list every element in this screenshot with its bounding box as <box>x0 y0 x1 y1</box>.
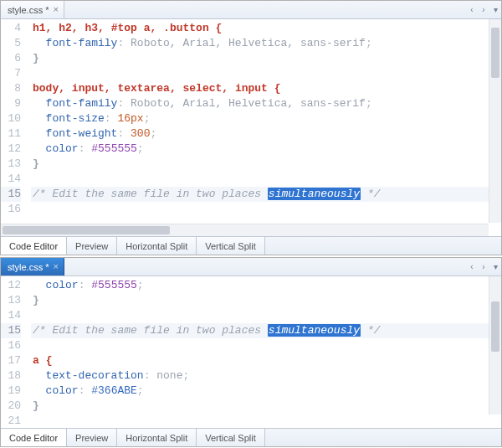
code-token: : <box>117 97 131 110</box>
code-token: , <box>105 82 118 95</box>
nav-prev-icon[interactable]: ‹ <box>466 258 478 275</box>
code-token <box>33 384 46 397</box>
code-token: h2 <box>59 22 72 34</box>
line-number: 18 <box>1 368 21 384</box>
nav-next-icon[interactable]: › <box>478 258 489 275</box>
file-tab[interactable]: style.css * × <box>1 258 64 275</box>
selection-highlight: simultaneously <box>268 324 361 337</box>
code-line[interactable] <box>31 172 501 187</box>
code-line[interactable]: } <box>31 157 501 172</box>
vertical-scrollbar[interactable] <box>489 19 501 223</box>
code-token: , <box>72 22 85 34</box>
line-number: 19 <box>1 384 21 399</box>
selection-highlight: simultaneously <box>268 188 361 200</box>
code-line[interactable]: } <box>31 399 501 414</box>
code-editor[interactable]: 1213141516171819202122232425 color: #555… <box>1 276 501 428</box>
code-line[interactable] <box>31 308 501 323</box>
code-line[interactable]: h1, h2, h3, #top a, .button { <box>31 21 501 36</box>
line-number: 14 <box>1 172 21 187</box>
view-mode-tab[interactable]: Vertical Split <box>197 429 265 446</box>
view-mode-tab[interactable]: Code Editor <box>1 429 67 446</box>
code-token: h3 <box>85 22 98 34</box>
view-mode-tab[interactable]: Horizontal Split <box>117 237 197 255</box>
line-number: 8 <box>1 81 21 96</box>
code-line[interactable]: /* Edit the same file in two places simu… <box>31 187 501 202</box>
code-token: input <box>235 82 268 95</box>
code-line[interactable]: } <box>31 293 501 308</box>
close-icon[interactable]: × <box>54 262 59 271</box>
code-token: */ <box>361 188 380 200</box>
file-tabbar: style.css * × ‹ › ▾ <box>1 1 501 19</box>
code-token: #366ABE <box>91 384 137 397</box>
code-token: #555555 <box>91 142 137 155</box>
code-token: textarea <box>117 82 169 95</box>
code-token: , <box>46 22 59 34</box>
code-token: : <box>117 127 131 140</box>
file-tab-label: style.css * <box>8 5 49 15</box>
code-line[interactable] <box>31 414 501 428</box>
file-tab[interactable]: style.css * × <box>1 1 64 18</box>
line-number: 14 <box>1 308 21 323</box>
code-line[interactable]: color: #555555; <box>31 142 501 157</box>
code-line[interactable]: text-decoration: none; <box>31 368 501 384</box>
close-icon[interactable]: × <box>54 5 59 14</box>
line-number: 20 <box>1 399 21 414</box>
code-token: ; <box>366 97 372 110</box>
line-number: 12 <box>1 278 21 293</box>
code-token <box>33 127 46 140</box>
code-token: ; <box>366 37 372 49</box>
code-token: , <box>59 82 72 95</box>
code-line[interactable]: a { <box>31 353 501 368</box>
code-token: : <box>144 369 157 382</box>
nav-next-icon[interactable]: › <box>478 1 489 18</box>
code-line[interactable]: font-family: Roboto, Arial, Helvetica, s… <box>31 96 501 111</box>
line-number: 9 <box>1 96 21 111</box>
code-token: font-weight <box>46 127 118 140</box>
code-line[interactable]: /* Edit the same file in two places simu… <box>31 323 501 338</box>
code-token <box>33 142 46 155</box>
nav-more-icon[interactable]: ▾ <box>489 1 501 18</box>
code-editor[interactable]: 45678910111213141516 h1, h2, h3, #top a,… <box>1 19 501 236</box>
code-line[interactable] <box>31 338 501 353</box>
code-line[interactable]: } <box>31 51 501 66</box>
horizontal-scrollbar[interactable] <box>1 224 489 236</box>
view-mode-tab[interactable]: Code Editor <box>1 237 67 255</box>
code-token <box>268 82 274 95</box>
code-token: , <box>170 82 183 95</box>
code-token: /* Edit the same file in two places <box>33 324 268 337</box>
code-line[interactable] <box>31 202 501 217</box>
tabbar-spacer <box>64 1 466 18</box>
line-number: 10 <box>1 111 21 126</box>
code-line[interactable]: body, input, textarea, select, input { <box>31 81 501 96</box>
code-token: : <box>79 142 92 155</box>
code-token: a <box>33 354 39 367</box>
code-area[interactable]: h1, h2, h3, #top a, .button { font-famil… <box>26 19 501 236</box>
view-mode-tab[interactable]: Preview <box>67 237 117 255</box>
code-token: Roboto, Arial, Helvetica, sans-serif <box>131 37 366 49</box>
file-tab-label: style.css * <box>8 262 49 272</box>
vertical-scrollbar[interactable] <box>489 276 501 415</box>
code-token: : <box>79 384 92 397</box>
gutter: 1213141516171819202122232425 <box>1 276 26 428</box>
line-number: 11 <box>1 126 21 142</box>
code-token: ; <box>137 279 144 291</box>
code-line[interactable]: font-family: Roboto, Arial, Helvetica, s… <box>31 36 501 51</box>
code-line[interactable]: font-weight: 300; <box>31 126 501 142</box>
file-tabbar: style.css * × ‹ › ▾ <box>1 258 501 276</box>
code-line[interactable] <box>31 66 501 81</box>
view-mode-tab[interactable]: Preview <box>67 429 117 446</box>
line-number: 15 <box>1 187 21 202</box>
code-token: , <box>150 22 163 34</box>
line-number: 13 <box>1 293 21 308</box>
code-line[interactable]: font-size: 16px; <box>31 111 501 126</box>
code-token: body <box>33 82 59 95</box>
code-token <box>39 354 46 367</box>
nav-prev-icon[interactable]: ‹ <box>466 1 478 18</box>
code-line[interactable]: color: #555555; <box>31 278 501 293</box>
code-line[interactable]: color: #366ABE; <box>31 384 501 399</box>
view-mode-tab[interactable]: Horizontal Split <box>117 429 197 446</box>
nav-more-icon[interactable]: ▾ <box>489 258 501 275</box>
view-mode-tab[interactable]: Vertical Split <box>197 237 265 255</box>
code-area[interactable]: color: #555555;}/* Edit the same file in… <box>26 276 501 428</box>
code-token <box>209 22 216 34</box>
